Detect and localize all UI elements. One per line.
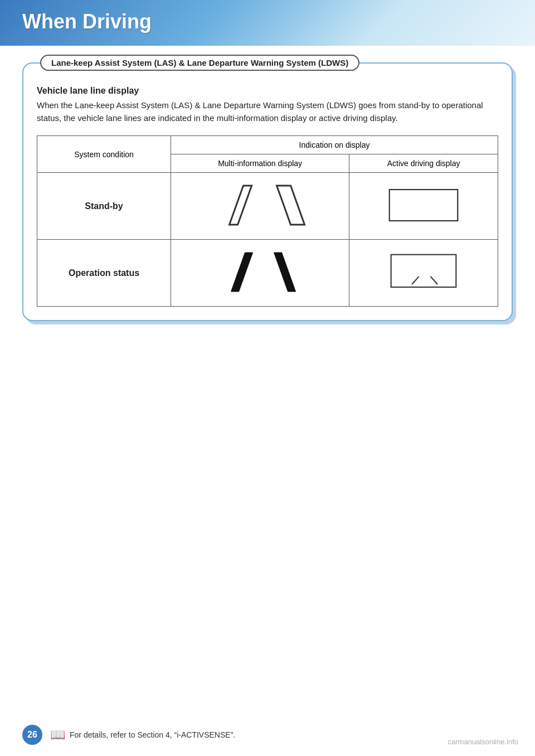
svg-marker-1 (277, 186, 305, 225)
svg-marker-3 (231, 253, 253, 292)
table-row: Stand-by (37, 173, 498, 240)
svg-marker-4 (274, 253, 296, 292)
row-label-operation: Operation status (37, 240, 171, 307)
svg-rect-2 (390, 190, 458, 221)
main-content: Lane-keep Assist System (LAS) & Lane Dep… (0, 62, 535, 321)
footer-note: For details, refer to Section 4, “i-ACTI… (70, 730, 235, 739)
subsection-title: Vehicle lane line display (37, 86, 498, 96)
standby-active-icon (385, 186, 463, 225)
book-icon: 📖 (50, 728, 65, 742)
page-number-badge: 26 (22, 725, 42, 745)
operation-active-icon (385, 251, 463, 293)
th-multi: Multi-information display (171, 154, 349, 173)
svg-rect-5 (391, 255, 456, 287)
row-active-operation (349, 240, 498, 307)
row-label-standby: Stand-by (37, 173, 171, 240)
page-header: When Driving (0, 0, 535, 46)
description-text: When the Lane-keep Assist System (LAS) &… (37, 99, 498, 124)
svg-marker-0 (230, 186, 252, 225)
row-active-standby (349, 173, 498, 240)
th-active: Active driving display (349, 154, 498, 173)
watermark: carmanualsonline.info (448, 738, 518, 746)
row-multi-operation (171, 240, 349, 307)
standby-multi-icon (177, 180, 343, 230)
table-row: Operation status (37, 240, 498, 307)
th-indication: Indication on display (171, 136, 498, 154)
operation-multi-icon (177, 247, 343, 297)
section-pill: Lane-keep Assist System (LAS) & Lane Dep… (40, 55, 359, 71)
page-footer: 26 📖 For details, refer to Section 4, “i… (0, 725, 535, 745)
row-multi-standby (171, 173, 349, 240)
content-card: Lane-keep Assist System (LAS) & Lane Dep… (22, 62, 513, 321)
info-table: System condition Indication on display M… (37, 135, 498, 307)
page-title: When Driving (22, 10, 513, 33)
th-system-condition: System condition (37, 136, 171, 173)
